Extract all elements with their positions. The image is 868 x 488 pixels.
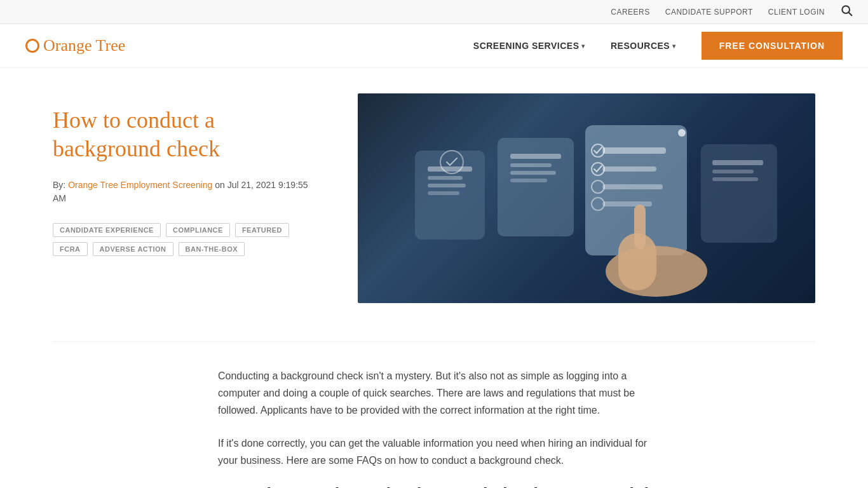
- tag-featured[interactable]: FEATURED: [235, 223, 289, 237]
- svg-rect-26: [712, 170, 754, 173]
- svg-rect-4: [428, 176, 463, 180]
- chevron-down-icon: ▾: [672, 43, 676, 50]
- nav-screening-services[interactable]: SCREENING SERVICES ▾: [473, 41, 585, 51]
- article-body: Conducting a background check isn't a my…: [193, 367, 675, 488]
- candidate-support-link[interactable]: CANDIDATE SUPPORT: [665, 8, 753, 17]
- article-left-column: How to conduct a background check By: Or…: [53, 93, 320, 256]
- content-area: How to conduct a background check By: Or…: [27, 68, 841, 488]
- svg-rect-22: [602, 201, 652, 207]
- svg-rect-3: [428, 166, 472, 172]
- logo-text: Orange Tree: [43, 36, 125, 55]
- tag-fcra[interactable]: FCRA: [53, 242, 88, 256]
- body-paragraph-1: Conducting a background check isn't a my…: [218, 367, 650, 419]
- content-divider: [53, 341, 815, 342]
- author-prefix: By:: [53, 180, 68, 190]
- svg-rect-30: [634, 205, 646, 249]
- body-heading-1: How do I conduct a background check on p…: [218, 484, 650, 488]
- main-navigation: Orange Tree SCREENING SERVICES ▾ RESOURC…: [0, 24, 868, 68]
- svg-rect-16: [602, 147, 666, 154]
- svg-rect-27: [712, 177, 758, 181]
- top-bar: CAREERS CANDIDATE SUPPORT CLIENT LOGIN: [0, 0, 868, 24]
- svg-rect-20: [602, 184, 663, 189]
- svg-rect-9: [510, 154, 561, 159]
- logo-circle-icon: [25, 39, 39, 53]
- tag-adverse-action[interactable]: ADVERSE ACTION: [93, 242, 173, 256]
- article-title: How to conduct a background check: [53, 106, 320, 163]
- author-link[interactable]: Orange Tree Employment Screening: [68, 180, 212, 190]
- article-header: How to conduct a background check By: Or…: [53, 93, 815, 303]
- tag-ban-the-box[interactable]: BAN-THE-BOX: [179, 242, 245, 256]
- article-meta: By: Orange Tree Employment Screening on …: [53, 179, 320, 205]
- article-hero-image: [358, 93, 815, 303]
- svg-rect-25: [712, 160, 763, 165]
- tag-candidate-experience[interactable]: CANDIDATE EXPERIENCE: [53, 223, 161, 237]
- logo[interactable]: Orange Tree: [25, 36, 125, 55]
- svg-point-15: [678, 129, 686, 137]
- nav-links: SCREENING SERVICES ▾ RESOURCES ▾ FREE CO…: [473, 32, 843, 60]
- tag-compliance[interactable]: COMPLIANCE: [166, 223, 230, 237]
- free-consultation-button[interactable]: FREE CONSULTATION: [702, 32, 843, 60]
- search-icon[interactable]: [840, 4, 853, 20]
- chevron-down-icon: ▾: [581, 43, 585, 50]
- svg-rect-6: [428, 191, 459, 195]
- svg-rect-12: [510, 179, 547, 182]
- article-tags: CANDIDATE EXPERIENCE COMPLIANCE FEATURED…: [53, 223, 320, 256]
- svg-line-1: [849, 13, 852, 16]
- svg-rect-8: [498, 138, 574, 236]
- svg-rect-11: [510, 171, 556, 175]
- nav-resources[interactable]: RESOURCES ▾: [611, 41, 676, 51]
- client-login-link[interactable]: CLIENT LOGIN: [768, 8, 825, 17]
- svg-rect-10: [510, 163, 552, 167]
- careers-link[interactable]: CAREERS: [611, 8, 650, 17]
- svg-rect-18: [602, 166, 656, 172]
- body-paragraph-2: If it's done correctly, you can get the …: [218, 435, 650, 469]
- svg-rect-5: [428, 184, 466, 187]
- svg-rect-24: [701, 144, 777, 243]
